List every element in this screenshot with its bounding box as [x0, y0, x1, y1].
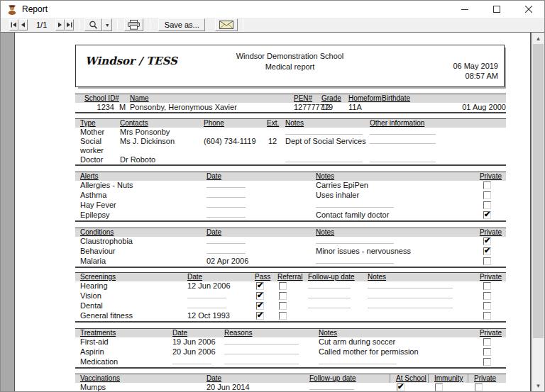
column-header: Private — [475, 329, 506, 337]
column-header: Follow-up date — [309, 374, 390, 383]
treatment-notes: Called mother for permission — [319, 347, 475, 357]
scroll-up-button[interactable]: ▲ — [532, 33, 544, 44]
save-as-label: Save as... — [165, 21, 199, 29]
pass-cell — [255, 311, 277, 321]
vaccinations-header-row: Vaccinations Date Follow-up date At Scho… — [75, 374, 506, 383]
condition-name: Malaria — [75, 257, 207, 267]
last-page-button[interactable] — [65, 19, 74, 30]
condition-date: 02 Apr 2006 — [207, 257, 316, 267]
blank-field — [207, 181, 246, 188]
treatment-date — [172, 357, 224, 367]
referral-checkbox — [279, 282, 287, 290]
blank-field — [224, 337, 299, 345]
report-document: Windsor / TESS Windsor Demonstration Sch… — [75, 33, 506, 391]
close-icon — [525, 6, 532, 13]
contact-notes: Dept of Social Services — [285, 137, 370, 155]
private-cell — [475, 211, 506, 220]
column-header: Homeform — [348, 94, 382, 103]
print-button[interactable] — [124, 18, 143, 31]
immunity-cell — [428, 383, 468, 391]
private-cell — [475, 237, 506, 247]
treatments-section: Treatments Date Reasons Notes Private Fi… — [75, 328, 506, 369]
screening-notes — [368, 301, 475, 311]
blank-field — [370, 155, 436, 162]
column-header: At School — [390, 374, 428, 383]
column-header: Treatments — [75, 329, 172, 337]
student-row: 1234 M Ponsonby, Heronymous Xavier 12777… — [75, 103, 506, 112]
close-button[interactable] — [512, 1, 544, 18]
screening-row: Vision — [75, 291, 506, 301]
private-cell — [475, 191, 506, 201]
followup-date — [308, 281, 368, 291]
blank-field — [308, 301, 351, 308]
toolbar-separator — [79, 19, 79, 30]
column-header: Private — [475, 172, 506, 181]
private-checkbox — [483, 247, 491, 255]
student-name: Ponsonby, Heronymous Xavier — [130, 103, 294, 112]
private-cell — [475, 201, 506, 211]
maximize-button[interactable] — [480, 1, 512, 18]
prev-page-button[interactable] — [18, 19, 28, 30]
blank-field — [285, 155, 363, 162]
contact-other — [370, 137, 506, 155]
report-date: 06 May 2019 — [453, 61, 498, 71]
zoom-button[interactable] — [84, 18, 102, 31]
email-button[interactable] — [215, 18, 238, 31]
column-header: Notes — [319, 329, 475, 337]
screening-name: Hearing — [75, 281, 187, 291]
alert-name: Asthma — [75, 191, 207, 201]
column-header: Screenings — [75, 273, 187, 281]
screening-name: Vision — [75, 291, 187, 301]
scroll-down-button[interactable]: ▼ — [532, 380, 544, 391]
treatment-date: 19 Jun 2006 — [172, 337, 224, 347]
pass-checkbox — [256, 312, 264, 320]
blank-field — [207, 237, 246, 244]
zoom-dropdown-button[interactable]: ▼ — [102, 18, 112, 31]
private-checkbox — [483, 302, 491, 310]
magnifier-icon — [89, 21, 98, 30]
next-page-button[interactable] — [55, 19, 65, 30]
blank-field — [207, 191, 246, 198]
alert-notes — [316, 201, 475, 211]
minimize-button[interactable] — [448, 1, 480, 18]
private-cell — [475, 181, 506, 191]
immunity-checkbox — [435, 383, 443, 391]
screening-name: Dental — [75, 301, 187, 311]
condition-notes — [316, 257, 475, 267]
column-header: Type — [75, 119, 120, 128]
column-header: Alerts — [75, 172, 207, 181]
column-header: Reasons — [224, 329, 319, 337]
private-cell — [468, 383, 506, 391]
referral-cell — [277, 301, 308, 311]
screening-row: General fitness 12 Oct 1993 — [75, 311, 506, 321]
student-header-row: School ID# Name PEN# Grade Homeform Birt… — [75, 94, 506, 103]
contacts-header-row: Type Contacts Phone Ext. Notes Other inf… — [75, 119, 506, 128]
contact-notes — [285, 128, 370, 137]
alert-date — [207, 201, 316, 211]
student-section: School ID# Name PEN# Grade Homeform Birt… — [75, 94, 506, 113]
private-checkbox — [483, 358, 491, 366]
treatment-row: Medication — [75, 357, 506, 367]
condition-row: Behaviour Minor issues - nervousness — [75, 247, 506, 257]
contact-phone — [204, 128, 267, 137]
column-header: Date — [172, 329, 224, 337]
scrollbar-thumb[interactable] — [533, 44, 544, 338]
contact-row: Doctor Dr Roboto — [75, 155, 506, 164]
blank-field — [207, 211, 246, 218]
referral-checkbox — [279, 292, 287, 300]
contact-phone: (604) 734-1119 — [204, 137, 267, 155]
referral-cell — [277, 311, 308, 321]
first-page-button[interactable] — [9, 19, 18, 30]
student-pen: 127777779 — [294, 103, 321, 112]
titlebar: Report — [1, 1, 544, 18]
scroll-down-icon: ▼ — [536, 383, 541, 389]
save-as-button[interactable]: Save as... — [158, 18, 205, 31]
column-header: Private — [475, 273, 506, 281]
column-header: Other information — [370, 119, 506, 128]
vertical-scrollbar[interactable]: ▲ ▼ — [532, 33, 544, 391]
alert-date — [207, 181, 316, 191]
blank-field — [207, 247, 246, 254]
column-header: Referral — [277, 273, 308, 281]
blank-field — [368, 291, 453, 298]
condition-row: Malaria 02 Apr 2006 — [75, 257, 506, 267]
